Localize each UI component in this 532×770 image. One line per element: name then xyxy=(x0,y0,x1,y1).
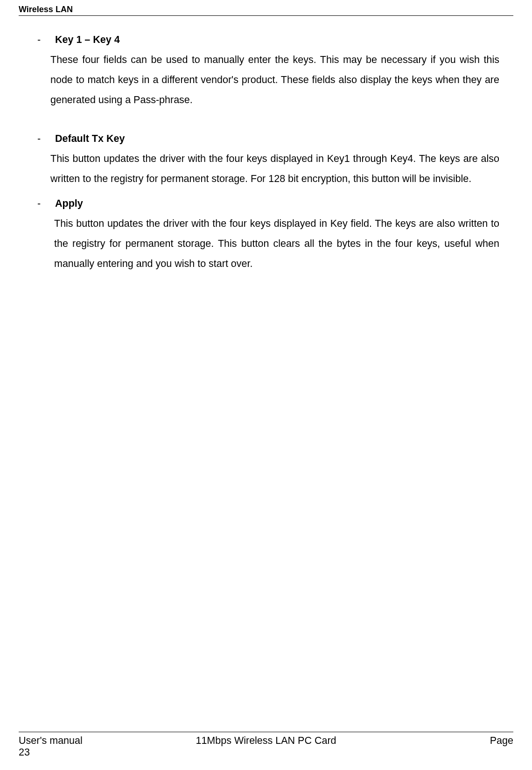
item-body: These four fields can be used to manuall… xyxy=(33,50,499,110)
footer-center: 11Mbps Wireless LAN PC Card xyxy=(183,735,348,747)
item-heading-row: - Key 1 – Key 4 xyxy=(33,30,499,50)
item-heading: Apply xyxy=(55,194,83,214)
list-item: - Default Tx Key This button updates the… xyxy=(33,129,499,189)
page-container: Wireless LAN - Key 1 – Key 4 These four … xyxy=(0,0,532,770)
list-item: - Key 1 – Key 4 These four fields can be… xyxy=(33,30,499,110)
item-heading: Default Tx Key xyxy=(55,129,125,149)
bullet-dash: - xyxy=(33,194,55,214)
bullet-dash: - xyxy=(33,30,55,50)
footer-page-number: 23 xyxy=(19,747,513,758)
item-heading-row: - Apply xyxy=(33,194,499,214)
page-header: Wireless LAN xyxy=(19,0,513,16)
footer-right: Page xyxy=(349,735,513,747)
item-body: This button updates the driver with the … xyxy=(33,149,499,189)
item-heading: Key 1 – Key 4 xyxy=(55,30,120,50)
item-body: This button updates the driver with the … xyxy=(33,214,499,274)
content-area: - Key 1 – Key 4 These four fields can be… xyxy=(19,16,513,274)
header-title: Wireless LAN xyxy=(19,5,73,14)
page-footer: User's manual 11Mbps Wireless LAN PC Car… xyxy=(19,732,513,758)
item-heading-row: - Default Tx Key xyxy=(33,129,499,149)
footer-top-row: User's manual 11Mbps Wireless LAN PC Car… xyxy=(19,735,513,747)
bullet-dash: - xyxy=(33,129,55,149)
list-item: - Apply This button updates the driver w… xyxy=(33,194,499,274)
footer-left: User's manual xyxy=(19,735,183,747)
